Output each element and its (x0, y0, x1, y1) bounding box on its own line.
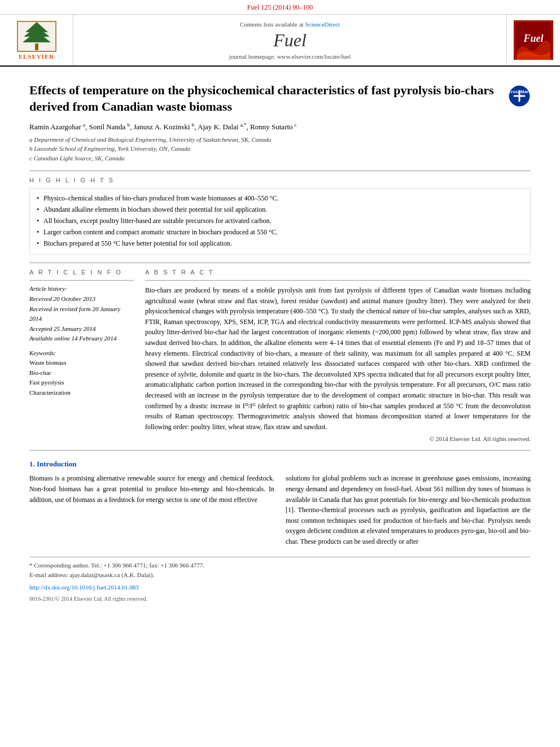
history-online: Available online 14 February 2014 (29, 334, 134, 344)
homepage-line: journal homepage: www.elsevier.com/locat… (229, 53, 351, 60)
journal-center: Contents lists available at ScienceDirec… (73, 15, 506, 65)
copyright: © 2014 Elsevier Ltd. All rights reserved… (145, 435, 531, 442)
keyword-4: Characterization (29, 388, 134, 398)
article-title-section: Effects of temperature on the physicoche… (29, 82, 531, 115)
contents-line: Contents lists available at ScienceDirec… (240, 21, 340, 28)
highlight-box: Physico–chemical studies of bio-chars pr… (29, 188, 531, 255)
citation-bar: Fuel 125 (2014) 90–100 (0, 0, 560, 15)
keywords-label: Keywords: (29, 350, 134, 356)
history-revised: Received in revised form 20 January 2014 (29, 304, 134, 324)
info-abstract-cols: A R T I C L E I N F O Article history: R… (29, 269, 531, 442)
article-info-col: A R T I C L E I N F O Article history: R… (29, 269, 134, 442)
intro-title: 1. Introduction (29, 460, 531, 469)
history-received: Received 20 October 2013 (29, 294, 134, 304)
crossmark-logo[interactable]: CrossMark (508, 85, 531, 107)
highlight-5: Biochars prepared at 550 °C have better … (37, 238, 523, 248)
history-label: Article history: (29, 285, 134, 292)
affiliation-a: a Department of Chemical and Biological … (29, 135, 531, 145)
footnote-corresponding: * Corresponding author. Tel.: +1 306 966… (29, 561, 531, 570)
elsevier-logo: ELSEVIER (17, 21, 56, 60)
keyword-2: Bio-char (29, 368, 134, 378)
keyword-1: Waste biomass (29, 358, 134, 368)
main-content: Effects of temperature on the physicoche… (0, 67, 560, 603)
crossmark-icon: CrossMark (508, 85, 531, 107)
fuel-logo-container: Fuel (506, 15, 560, 65)
journal-title: Fuel (273, 30, 307, 51)
article-history: Article history: Received 20 October 201… (29, 285, 134, 344)
doi-link[interactable]: http://dx.doi.org/10.1016/j.fuel.2014.01… (29, 583, 531, 592)
footnote-area: * Corresponding author. Tel.: +1 306 966… (29, 557, 531, 603)
highlights-section: H I G H L I G H T S Physico–chemical stu… (29, 177, 531, 255)
citation-text: Fuel 125 (2014) 90–100 (247, 3, 313, 11)
journal-header: ELSEVIER Contents lists available at Sci… (0, 15, 560, 67)
divider-2 (29, 263, 531, 263)
sciencedirect-link[interactable]: ScienceDirect (305, 21, 340, 28)
intro-col-2: solutions for global problems such as in… (286, 473, 531, 547)
elsevier-tree-icon (17, 21, 56, 52)
abstract-header: A B S T R A C T (145, 269, 531, 276)
article-info-header: A R T I C L E I N F O (29, 269, 134, 276)
authors: Ramin Azargohar a, Sonil Nanda b, Janusz… (29, 121, 531, 131)
keyword-3: Fast pyrolysis (29, 378, 134, 388)
highlight-2: Abundant alkaline elements in biochars s… (37, 204, 523, 215)
svg-text:Fuel: Fuel (523, 33, 543, 44)
svg-rect-1 (35, 43, 38, 50)
divider-3 (29, 450, 531, 451)
highlight-3: All biochars, except poultry litter-base… (37, 216, 523, 226)
abstract-text: Bio-chars are produced by means of a mob… (145, 285, 531, 432)
footer-issn: 0016-2361/© 2014 Elsevier Ltd. All right… (29, 595, 531, 603)
intro-cols: Biomass is a promising alternative renew… (29, 473, 531, 547)
affiliation-c: c Canadian Light Source, SK, Canada (29, 154, 531, 163)
history-accepted: Accepted 25 January 2014 (29, 324, 134, 334)
abstract-col: A B S T R A C T Bio-chars are produced b… (145, 269, 531, 442)
authors-text: Ramin Azargohar a, Sonil Nanda b, Janusz… (29, 123, 297, 131)
elsevier-logo-container: ELSEVIER (0, 15, 73, 65)
highlight-4: Larger carbon content and compact aromat… (37, 227, 523, 237)
highlights-header: H I G H L I G H T S (29, 177, 531, 184)
highlight-1: Physico–chemical studies of bio-chars pr… (37, 193, 523, 203)
affiliations: a Department of Chemical and Biological … (29, 135, 531, 163)
introduction-section: 1. Introduction Biomass is a promising a… (29, 460, 531, 547)
footnote-email: E-mail address: ajay.dalai@usask.ca (A.K… (29, 570, 531, 580)
fuel-badge-svg: Fuel (514, 20, 553, 60)
divider-1 (29, 171, 531, 171)
intro-col-1: Biomass is a promising alternative renew… (29, 473, 274, 547)
fuel-badge: Fuel (514, 20, 553, 60)
elsevier-text: ELSEVIER (19, 53, 55, 60)
article-title-text: Effects of temperature on the physicoche… (29, 82, 508, 115)
affiliation-b: b Lassonde School of Engineering, York U… (29, 144, 531, 154)
